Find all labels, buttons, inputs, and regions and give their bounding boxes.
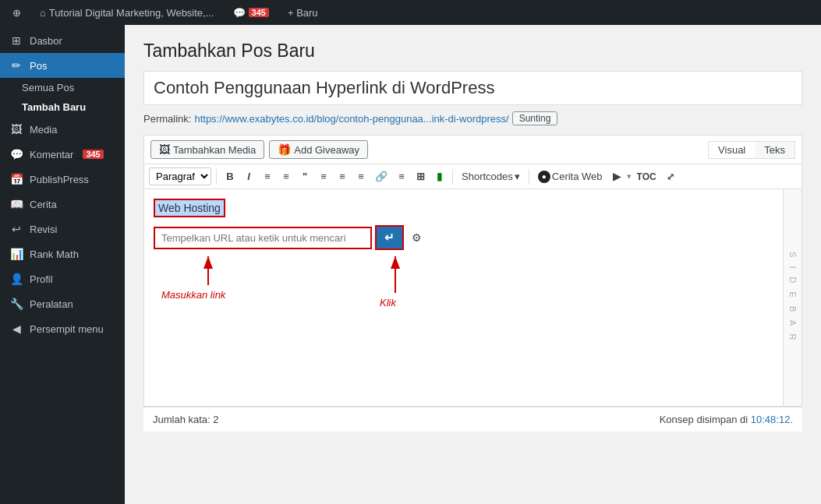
selected-text: Web Hosting bbox=[154, 199, 225, 217]
add-giveaway-label: Add Giveaway bbox=[294, 144, 359, 156]
sidebar-item-label: Cerita bbox=[30, 199, 57, 210]
sidebar-item-media[interactable]: 🖼 Media bbox=[0, 117, 125, 142]
sidebar-item-label: Pos bbox=[30, 60, 47, 72]
ul-button[interactable]: ≡ bbox=[259, 168, 276, 185]
link-button[interactable]: 🔗 bbox=[371, 168, 391, 185]
publishpress-icon: 📅 bbox=[9, 173, 23, 185]
paragraph-select[interactable]: Paragraf bbox=[149, 167, 211, 185]
sidebar-item-label: Dasbor bbox=[30, 35, 62, 47]
toolbar-divider bbox=[216, 169, 217, 185]
add-media-button[interactable]: 🖼 Tambahkan Media bbox=[150, 140, 264, 159]
site-name[interactable]: ⌂ Tutorial Digital Marketing, Website,..… bbox=[34, 0, 221, 25]
sidebar-item-publishpress[interactable]: 📅 PublishPress bbox=[0, 167, 125, 192]
sidebar-sub-label: Tambah Baru bbox=[22, 101, 86, 113]
profil-icon: 👤 bbox=[9, 273, 23, 285]
editor-toolbar: Paragraf B I ≡ ≡ " ≡ ≡ ≡ 🔗 ≡ ⊞ ▮ Shortco… bbox=[143, 164, 802, 189]
word-count: Jumlah kata: 2 bbox=[153, 414, 219, 425]
save-time-link[interactable]: 10:48:12. bbox=[751, 414, 793, 425]
sidebar: ⊞ Dasbor ✏ Pos Semua Pos Tambah Baru 🖼 M… bbox=[0, 25, 125, 504]
new-item[interactable]: + Baru bbox=[281, 0, 324, 25]
url-settings-button[interactable]: ⚙ bbox=[407, 228, 426, 247]
save-status: Konsep disimpan di 10:48:12. bbox=[660, 414, 793, 425]
shortcodes-button[interactable]: Shortcodes ▾ bbox=[458, 168, 524, 185]
sidebar-item-rank-math[interactable]: 📊 Rank Math bbox=[0, 241, 125, 266]
content-area: Tambahkan Pos Baru Permalink: https://ww… bbox=[125, 25, 821, 504]
revisi-icon: ↩ bbox=[9, 223, 23, 235]
align-center-button[interactable]: ≡ bbox=[334, 168, 351, 185]
komentar-badge: 345 bbox=[83, 150, 103, 159]
comments-item[interactable]: 💬 345 bbox=[227, 0, 275, 25]
align-right-button[interactable]: ≡ bbox=[352, 168, 370, 185]
more-button[interactable]: ≡ bbox=[393, 168, 410, 185]
page-title: Tambahkan Pos Baru bbox=[143, 41, 802, 62]
sidebar-label: S I D E B A R bbox=[783, 189, 802, 406]
annotation-klik: Klik bbox=[380, 297, 396, 308]
sidebar-item-label: Media bbox=[30, 124, 57, 136]
sidebar-item-cerita[interactable]: 📖 Cerita bbox=[0, 192, 125, 217]
sidebar-item-tambah-baru[interactable]: Tambah Baru bbox=[0, 97, 125, 117]
wp-logo[interactable]: ⊕ bbox=[6, 0, 27, 25]
rank-math-icon: 📊 bbox=[9, 248, 23, 260]
new-label: + Baru bbox=[288, 7, 318, 19]
sidebar-item-label: Profil bbox=[30, 273, 53, 285]
table-button[interactable]: ⊞ bbox=[412, 168, 429, 185]
toolbar-divider3 bbox=[529, 169, 529, 185]
chevron-down-icon: ▾ bbox=[515, 171, 520, 182]
cerita-web-button[interactable]: ● Cerita Web bbox=[534, 168, 607, 185]
annotations: Masukkan link Klik bbox=[154, 250, 792, 312]
sidebar-item-label: Persempit menu bbox=[30, 323, 104, 335]
cerita-icon: 📖 bbox=[9, 198, 23, 210]
add-media-label: Tambahkan Media bbox=[173, 144, 256, 156]
url-input[interactable] bbox=[154, 227, 372, 249]
italic-button[interactable]: I bbox=[240, 168, 257, 185]
sidebar-item-label: Komentar bbox=[30, 149, 73, 160]
sidebar-item-persempit[interactable]: ◀ Persempit menu bbox=[0, 316, 125, 341]
url-row: ↵ ⚙ bbox=[154, 225, 792, 250]
editor-text-area: Web Hosting bbox=[154, 199, 792, 217]
permalink-edit-button[interactable]: Sunting bbox=[512, 111, 558, 125]
url-submit-button[interactable]: ↵ bbox=[375, 225, 404, 250]
dasbor-icon: ⊞ bbox=[9, 34, 23, 47]
add-giveaway-button[interactable]: 🎁 Add Giveaway bbox=[269, 140, 368, 159]
bold-button[interactable]: B bbox=[221, 168, 239, 185]
tab-teks[interactable]: Teks bbox=[755, 142, 794, 158]
chevron-right-icon: ▾ bbox=[627, 171, 632, 182]
green-button[interactable]: ▮ bbox=[430, 168, 448, 185]
admin-bar: ⊕ ⌂ Tutorial Digital Marketing, Website,… bbox=[0, 0, 821, 25]
expand-button[interactable]: ▶ bbox=[608, 168, 625, 185]
sidebar-item-peralatan[interactable]: 🔧 Peralatan bbox=[0, 291, 125, 316]
cerita-icon: ● bbox=[538, 171, 550, 183]
media-icon: 🖼 bbox=[159, 143, 170, 156]
sidebar-item-semua-pos[interactable]: Semua Pos bbox=[0, 78, 125, 97]
sidebar-item-dasbor[interactable]: ⊞ Dasbor bbox=[0, 28, 125, 53]
media-icon: 🖼 bbox=[9, 123, 23, 136]
sidebar-item-pos[interactable]: ✏ Pos bbox=[0, 53, 125, 78]
sidebar-item-komentar[interactable]: 💬 Komentar 345 bbox=[0, 142, 125, 167]
giveaway-icon: 🎁 bbox=[278, 143, 291, 156]
toc-button[interactable]: TOC bbox=[633, 169, 660, 185]
arrow-klik bbox=[380, 250, 411, 297]
comment-icon: 💬 bbox=[9, 148, 23, 160]
sidebar-item-label: PublishPress bbox=[30, 174, 89, 185]
url-input-area: ↵ ⚙ Masukkan link bbox=[154, 225, 792, 328]
permalink-url[interactable]: https://www.exabytes.co.id/blog/contoh-p… bbox=[194, 113, 508, 125]
sidebar-item-profil[interactable]: 👤 Profil bbox=[0, 266, 125, 291]
comments-badge: 345 bbox=[249, 8, 269, 17]
peralatan-icon: 🔧 bbox=[9, 298, 23, 310]
collapse-icon: ◀ bbox=[9, 322, 23, 335]
sidebar-item-label: Revisi bbox=[30, 224, 57, 235]
sidebar-item-label: Rank Math bbox=[30, 248, 79, 260]
editor-content[interactable]: Web Hosting ↵ ⚙ bbox=[143, 189, 802, 407]
wordpress-icon: ⊕ bbox=[12, 7, 21, 19]
annotation-masukkan-link: Masukkan link bbox=[161, 289, 225, 301]
align-left-button[interactable]: ≡ bbox=[315, 168, 332, 185]
sidebar-item-revisi[interactable]: ↩ Revisi bbox=[0, 217, 125, 241]
tab-visual[interactable]: Visual bbox=[709, 142, 755, 158]
post-title-input[interactable] bbox=[143, 71, 802, 105]
comment-icon: 💬 bbox=[233, 7, 246, 19]
view-toggle: Visual Teks bbox=[708, 141, 795, 159]
permalink-label: Permalink: bbox=[143, 113, 191, 125]
quote-button[interactable]: " bbox=[296, 168, 313, 185]
ol-button[interactable]: ≡ bbox=[278, 168, 295, 185]
fullscreen-button[interactable]: ⤢ bbox=[662, 169, 679, 185]
